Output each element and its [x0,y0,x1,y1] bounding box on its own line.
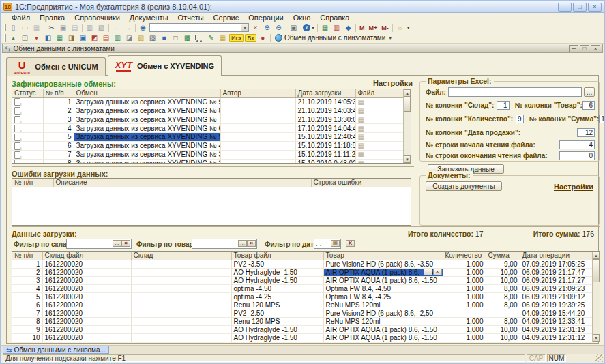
exchange-row[interactable]: 5Загрузка данных из сервиса XYVENDING № … [12,132,404,141]
operation-date-cell[interactable]: 04.09.2019 15:44:20 [520,309,593,317]
operation-date-cell[interactable]: 06.09.2019 19:39:25 [520,301,593,309]
column-header[interactable]: Сумма [486,252,520,260]
splitter-2[interactable] [12,226,600,228]
load-data-row[interactable]: 21612200020AO Hydraglyde -1.50AIR OPTIX … [12,268,593,276]
flashlight-dropdown-icon[interactable]: ▼ [406,25,411,30]
print-preview-icon[interactable]: ▧ [95,23,107,33]
sklad-file-cell[interactable]: 1612200020 [42,276,131,284]
cell-clear-button[interactable]: × [433,269,442,275]
memory-m-minus-button[interactable]: M- [379,25,391,31]
sklad-file-cell[interactable]: 1612200020 [42,260,131,268]
row-end-input[interactable]: 0 [559,151,595,160]
exchange-name-cell[interactable]: Загрузка данных из сервиса XYVENDING № 9 [74,97,220,106]
clear-search-icon[interactable]: × [250,23,261,33]
load-data-row[interactable]: 101612200020AO Hydraglyde -1.50AIR OPTIX… [12,333,593,342]
sklad-cell[interactable] [131,292,231,301]
menu-item-8[interactable]: Окно [289,14,316,22]
filter-sklad-clear-button[interactable]: × [121,240,130,247]
sum-cell[interactable]: 8,00 [486,301,520,309]
exchange-window-taskbar-button[interactable]: ⇆ Обмен данными с линзома... [3,346,109,354]
zoom-out-icon[interactable]: ⊖ [273,23,284,33]
sklad-cell[interactable] [131,268,231,276]
exchange-name-cell[interactable]: Загрузка данных из сервиса XYVENDING № 6 [74,124,220,133]
load-data-row[interactable] [12,342,593,342]
tovar-file-cell[interactable]: AO Hydraglyde -1.50 [231,268,323,276]
exchange-name-cell[interactable]: Загрузка данных из сервиса XYVENDING № 4 [74,141,220,150]
column-header[interactable]: Строка ошибки [311,179,411,187]
sum-cell[interactable] [486,309,520,317]
journal-icon-9[interactable]: ▤ [100,33,112,43]
qty-cell[interactable]: 1,000 [443,276,486,284]
operation-date-cell[interactable]: 06.09.2019 21:17:47 [520,268,593,276]
exchange-name-cell[interactable]: Загрузка данных из сервиса XYVENDING № 7 [74,115,220,124]
sklad-file-cell[interactable]: 1612200020 [42,301,131,309]
qty-cell[interactable]: 1,000 [443,260,486,268]
chart-icon[interactable]: ▦ [217,33,228,43]
menu-item-1[interactable]: Файл [7,14,35,22]
column-header[interactable]: Обмен [74,89,220,97]
tovar-file-cell[interactable]: Renu 120 MPS [231,317,323,325]
tovar-cell[interactable]: Pure Vision2 HD (6 pack) 8.6, -2,50 [323,309,443,317]
column-header[interactable]: Файл [355,89,404,97]
forward-icon[interactable]: → [122,23,134,33]
minimize-button[interactable]: ─ [558,3,572,12]
sklad-cell[interactable] [131,317,231,325]
paste-icon[interactable]: ▤ [69,23,80,33]
column-header[interactable]: Количество [443,252,486,260]
qty-cell[interactable]: 1,000 [443,301,486,309]
tovar-file-cell[interactable]: PV2 -3.50 [231,260,323,268]
documents-settings-link[interactable]: Настройки [554,183,593,191]
open-folder-icon[interactable]: ▭ [19,23,31,33]
tovar-file-cell[interactable]: optima -4.25 [231,292,323,301]
journal-icon-14[interactable]: ■ [158,33,170,43]
combo-dropdown-icon[interactable]: ▼ [241,24,248,31]
column-header[interactable]: Дата операции [520,252,593,260]
qty-cell[interactable]: 1,000 [443,317,486,325]
tovar-cell[interactable]: ReNu MPS 120ml [323,301,443,309]
menu-item-9[interactable]: Справка [315,14,354,22]
sklad-cell[interactable] [131,333,231,342]
col-date-input[interactable]: 12 [577,128,595,137]
exchange-name-cell[interactable]: Загрузка данных из сервиса XYVENDING № 8 [74,106,220,115]
journal-icon-6[interactable]: ◨ [65,33,77,43]
zoom-in-icon[interactable]: ⊕ [261,23,273,33]
exchange-row[interactable]: 2Загрузка данных из сервиса XYVENDING № … [12,106,404,115]
journal-icon-7[interactable]: ▣ [77,33,89,43]
qty-cell[interactable] [443,309,486,317]
column-header[interactable]: № п/п [43,89,74,97]
journal-icon-12[interactable]: ▧ [135,33,147,43]
column-header[interactable]: Склад файл [42,252,131,260]
load-data-row[interactable]: 81612200020Renu 120 MPSReNu MPS 120ml1,0… [12,317,593,325]
load-data-row[interactable]: 71612200020PV2 -2.50Pure Vision2 HD (6 p… [12,309,593,317]
load-data-row[interactable]: 91612200020AO Hydraglyde -1.50AIR OPTIX … [12,325,593,333]
edit-green-icon[interactable]: ✎ [205,33,217,43]
flashlight-icon[interactable]: ☼ [394,23,406,33]
journal-icon-2[interactable]: ◫ [19,33,31,43]
column-header[interactable]: Товар файл [231,252,323,260]
sklad-file-cell[interactable]: 1612200020 [42,284,131,292]
maximize-button[interactable]: □ [573,3,587,12]
sum-cell[interactable]: 10,00 [486,333,520,342]
quick-search-input[interactable]: ▼ [149,23,249,32]
operation-date-cell[interactable]: 07.09.2019 17:05:25 [520,260,593,268]
col-tovar-input[interactable]: 6 [582,101,595,110]
column-header[interactable]: Дата загрузки [295,89,355,97]
load-table-scrollbar[interactable]: ▲ ▼ [592,252,600,342]
create-documents-button[interactable]: Создать документы [426,181,502,191]
qty-cell[interactable]: 1,000 [443,292,486,301]
tovar-file-cell[interactable]: PV2 -2.50 [231,309,323,317]
exchange-row[interactable]: 6Загрузка данных из сервиса XYVENDING № … [12,141,404,150]
info-icon[interactable]: i [303,24,310,31]
search-icon[interactable]: ◉ [137,23,149,33]
user-red-icon[interactable]: ● [257,33,269,43]
column-header[interactable]: № п/п [12,179,53,187]
load-data-row[interactable]: 41612200020optima -4.50Optima FW 8.4, -4… [12,284,593,292]
scroll-up-icon[interactable]: ▲ [593,252,600,259]
exchanges-scrollbar[interactable]: ▲ ▼ [403,89,411,163]
operation-date-cell[interactable]: 04.09.2019 12:33:41 [520,317,593,325]
sklad-cell[interactable] [131,301,231,309]
sum-cell[interactable]: 10,00 [486,325,520,333]
journal-icon-5[interactable]: ▦ [54,33,65,43]
cart-icon[interactable] [195,35,203,40]
qty-cell[interactable]: 1,000 [443,284,486,292]
